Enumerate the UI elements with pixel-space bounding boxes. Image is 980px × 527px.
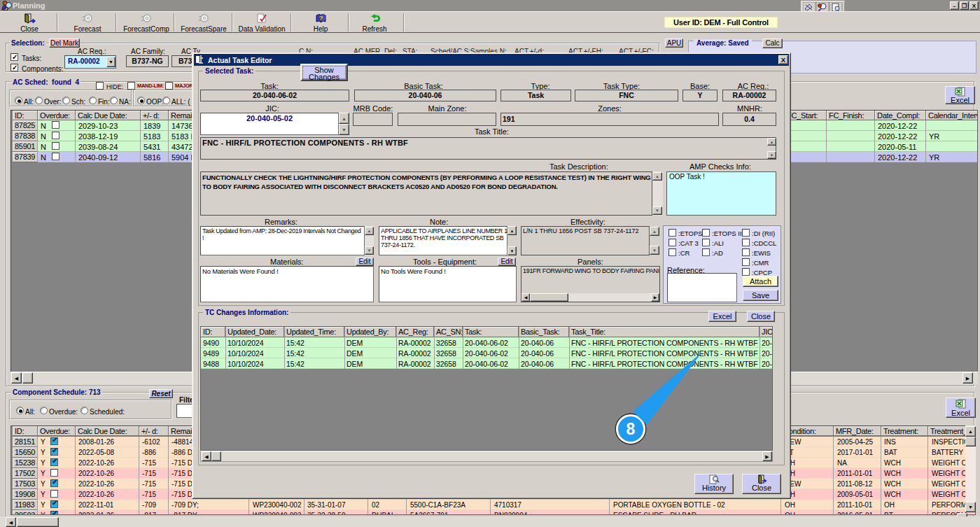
svg-text:?: ? <box>319 15 323 22</box>
svg-text:8: 8 <box>626 420 636 438</box>
